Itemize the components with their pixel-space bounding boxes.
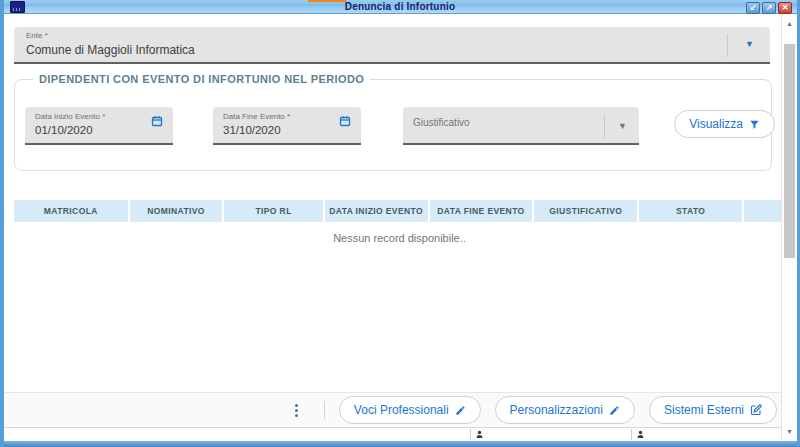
giustificativo-label: Giustificativo [413, 117, 470, 128]
vertical-scrollbar[interactable]: ▲ ▼ [781, 14, 797, 441]
column-header-data-inizio-evento[interactable]: DATA INIZIO EVENTO [325, 200, 430, 222]
calendar-icon[interactable] [151, 115, 163, 127]
chevron-down-icon[interactable]: ▼ [618, 121, 627, 131]
column-header-giustificativo[interactable]: GIUSTIFICATIVO [534, 200, 639, 222]
calendar-icon[interactable] [339, 115, 351, 127]
maximize-window-button[interactable]: ↗ [762, 2, 776, 14]
app-window: Denuncia di Infortunio ↙ ↗ ✕ Ente * Comu… [0, 0, 800, 447]
scroll-down-icon[interactable]: ▼ [782, 428, 797, 435]
pencil-icon [609, 405, 620, 416]
footer-toolbar: Voci Professionali Personalizzazioni Sis… [4, 392, 797, 427]
grid-header: MATRICOLA NOMINATIVO TIPO RL DATA INIZIO… [14, 200, 785, 222]
filters-legend: DIPENDENTI CON EVENTO DI INFORTUNIO NEL … [33, 73, 370, 85]
personalizzazioni-button[interactable]: Personalizzazioni [495, 396, 635, 424]
data-fine-value: 31/10/2020 [223, 124, 281, 136]
toolbar-divider [324, 401, 325, 419]
edit-document-icon [750, 404, 762, 416]
visualizza-label: Visualizza [689, 117, 743, 131]
column-header-data-fine-evento[interactable]: DATA FINE EVENTO [430, 200, 535, 222]
top-accent-stripe [308, 0, 346, 2]
column-header-actions [744, 200, 785, 222]
scroll-up-icon[interactable]: ▲ [782, 20, 797, 27]
ente-select[interactable]: Ente * Comune di Maggioli Informatica ▼ [14, 27, 770, 64]
data-fine-evento-field[interactable]: Data Fine Evento * 31/10/2020 [213, 107, 361, 145]
sistemi-esterni-button[interactable]: Sistemi Esterni [649, 396, 777, 424]
personalizzazioni-label: Personalizzazioni [510, 403, 603, 417]
person-icon [636, 430, 645, 439]
filter-icon [749, 119, 760, 130]
more-options-button[interactable] [284, 397, 310, 423]
sistemi-esterni-label: Sistemi Esterni [664, 403, 744, 417]
filters-fieldset: DIPENDENTI CON EVENTO DI INFORTUNIO NEL … [14, 79, 772, 171]
status-row [4, 427, 797, 441]
dot [295, 404, 298, 407]
column-header-matricola[interactable]: MATRICOLA [14, 200, 130, 222]
data-inizio-value: 01/10/2020 [35, 124, 93, 136]
visualizza-button[interactable]: Visualizza [674, 110, 775, 138]
data-inizio-evento-field[interactable]: Data Inizio Evento * 01/10/2020 [25, 107, 173, 145]
window-title: Denuncia di Infortunio [0, 1, 800, 12]
dot [295, 409, 298, 412]
results-grid: MATRICOLA NOMINATIVO TIPO RL DATA INIZIO… [14, 200, 785, 244]
empty-grid-message: Nessun record disponibile.. [14, 222, 785, 244]
scrollbar-thumb[interactable] [784, 44, 795, 258]
voci-professionali-label: Voci Professionali [354, 403, 449, 417]
window-bottom-frame [0, 441, 800, 447]
data-fine-label: Data Fine Evento * [223, 112, 290, 121]
titlebar: Denuncia di Infortunio ↙ ↗ ✕ [0, 0, 800, 14]
ente-label: Ente * [26, 31, 48, 40]
restore-window-button[interactable]: ↙ [746, 2, 760, 14]
dot [295, 414, 298, 417]
column-header-tipo-rl[interactable]: TIPO RL [224, 200, 324, 222]
status-divider [470, 429, 471, 440]
chevron-down-icon[interactable]: ▼ [745, 39, 754, 49]
window-content: Ente * Comune di Maggioli Informatica ▼ … [4, 14, 781, 441]
field-divider [727, 34, 728, 57]
ente-value: Comune di Maggioli Informatica [26, 43, 195, 57]
pencil-icon [455, 405, 466, 416]
data-inizio-label: Data Inizio Evento * [35, 112, 105, 121]
person-icon [475, 430, 484, 439]
column-header-stato[interactable]: STATO [639, 200, 744, 222]
field-divider [604, 115, 605, 139]
close-window-button[interactable]: ✕ [778, 2, 792, 14]
column-header-nominativo[interactable]: NOMINATIVO [130, 200, 225, 222]
giustificativo-select[interactable]: Giustificativo ▼ [403, 107, 639, 145]
status-divider [631, 429, 632, 440]
voci-professionali-button[interactable]: Voci Professionali [339, 396, 481, 424]
